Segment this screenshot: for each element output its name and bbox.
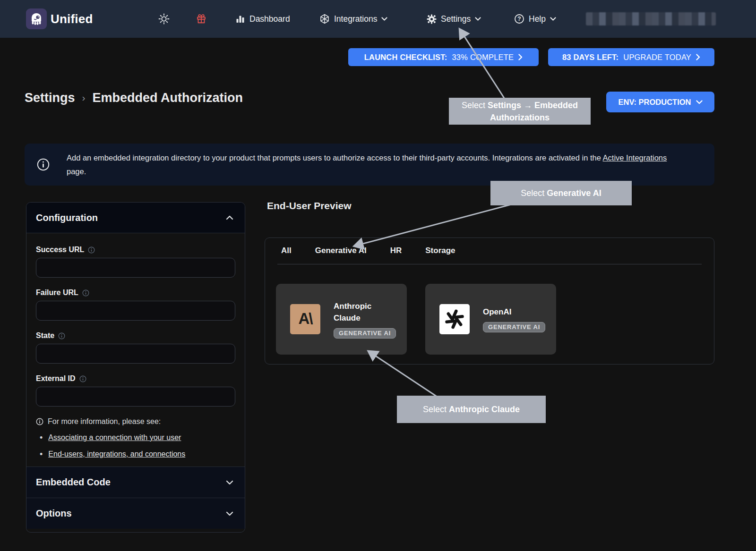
configuration-header[interactable]: Configuration <box>26 203 245 233</box>
tab-generative-ai[interactable]: Generative AI <box>315 246 367 255</box>
integration-card-openai[interactable]: OpenAI GENERATIVE AI <box>425 284 556 355</box>
info-text-before: Add an embedded integration directory to… <box>67 153 603 162</box>
embedded-code-title: Embedded Code <box>36 477 111 488</box>
state-label: State <box>36 331 54 340</box>
sun-icon <box>158 13 170 25</box>
callout-select-generative-ai: Select Generative AI <box>490 181 632 205</box>
info-icon[interactable] <box>58 332 65 339</box>
rewards-button[interactable] <box>195 13 207 25</box>
info-icon <box>37 158 50 171</box>
card-content: OpenAI GENERATIVE AI <box>483 306 545 332</box>
chevron-down-icon <box>550 17 556 21</box>
end-user-preview-panel: All Generative AI HR Storage A\ Anthropi… <box>265 237 714 365</box>
chevron-down-icon <box>696 100 703 104</box>
tab-hr[interactable]: HR <box>390 246 402 255</box>
gift-icon <box>196 13 207 25</box>
gear-icon <box>427 14 437 24</box>
tab-all[interactable]: All <box>281 246 292 255</box>
info-text-after: page. <box>67 167 86 176</box>
doc-links: • Associating a connection with your use… <box>36 433 235 458</box>
callout-text: → <box>521 101 534 110</box>
external-id-input[interactable] <box>36 387 235 407</box>
callout-text: Select <box>462 101 488 110</box>
failure-url-input[interactable] <box>36 301 235 321</box>
info-icon[interactable] <box>82 289 89 297</box>
page: Unified <box>0 0 756 551</box>
info-icon[interactable] <box>88 246 95 254</box>
checklist-label-bold: LAUNCH CHECKLIST: <box>364 53 447 62</box>
callout-select-anthropic-claude: Select Anthropic Claude <box>397 396 546 423</box>
success-url-label: Success URL <box>36 246 84 254</box>
preview-title: End-User Preview <box>267 200 352 212</box>
brand-name: Unified <box>51 0 93 38</box>
nav-item-integrations[interactable]: Integrations <box>319 0 387 38</box>
tab-storage[interactable]: Storage <box>425 246 455 255</box>
bullet: • <box>40 433 43 442</box>
success-url-input[interactable] <box>36 258 235 278</box>
anthropic-logo: A\ <box>290 304 320 334</box>
configuration-title: Configuration <box>36 212 98 223</box>
openai-logo <box>439 304 470 334</box>
chevron-up-icon <box>226 215 233 220</box>
launch-checklist-button[interactable]: LAUNCH CHECKLIST: 33% COMPLETE <box>348 48 539 66</box>
top-nav: Unified <box>0 0 756 38</box>
octopus-mascot-icon <box>28 11 44 27</box>
arrow-to-settings-menu <box>460 29 508 104</box>
card-title-line1: Anthropic <box>334 300 396 312</box>
user-account-redacted[interactable] <box>586 12 716 25</box>
openai-knot-icon <box>444 308 465 330</box>
tabs-divider <box>277 264 702 264</box>
field-success-url: Success URL <box>36 246 235 278</box>
configuration-body: Success URL Failure URL State <box>26 233 245 458</box>
callout-bold: Generative AI <box>547 188 601 198</box>
breadcrumb: Settings › Embedded Authorization <box>25 91 243 105</box>
breadcrumb-settings[interactable]: Settings <box>25 91 75 105</box>
field-state: State <box>36 331 235 364</box>
bullet: • <box>40 450 43 458</box>
nav-label-integrations: Integrations <box>334 14 377 24</box>
field-external-id: External ID <box>36 374 235 407</box>
upgrade-button[interactable]: 83 DAYS LEFT: UPGRADE TODAY <box>548 48 714 66</box>
callout-select-settings: Select Settings → Embedded Authorization… <box>449 98 591 125</box>
info-banner: Add an embedded integration directory to… <box>25 144 714 186</box>
chevron-down-icon <box>381 17 387 21</box>
theme-toggle-button[interactable] <box>158 13 170 25</box>
list-item: • Associating a connection with your use… <box>40 433 235 442</box>
info-banner-text: Add an embedded integration directory to… <box>67 151 714 178</box>
callout-bold: Settings <box>488 101 521 110</box>
info-icon[interactable] <box>79 375 86 382</box>
nav-label-help: Help <box>529 14 546 24</box>
callout-text: Select <box>521 188 547 198</box>
unified-logo[interactable] <box>26 8 47 29</box>
embedded-code-section[interactable]: Embedded Code <box>26 466 245 498</box>
more-info-line: For more information, please see: <box>36 417 235 426</box>
card-title-line2: Claude <box>334 312 396 324</box>
nav-item-dashboard[interactable]: Dashboard <box>235 0 290 38</box>
nav-item-settings[interactable]: Settings <box>427 0 481 38</box>
env-label: ENV: PRODUCTION <box>618 98 691 107</box>
nav-label-dashboard: Dashboard <box>249 14 290 24</box>
field-failure-url: Failure URL <box>36 288 235 321</box>
info-icon <box>36 418 43 425</box>
options-section[interactable]: Options <box>26 498 245 529</box>
doc-link-endusers-integrations[interactable]: End-users, integrations, and connections <box>48 450 185 458</box>
chevron-down-icon <box>475 17 481 21</box>
help-circle-icon: ? <box>514 14 524 24</box>
active-integrations-link[interactable]: Active Integrations <box>603 153 667 162</box>
anthropic-glyph: A\ <box>299 310 312 328</box>
checklist-label-rest: 33% COMPLETE <box>452 53 514 62</box>
more-info-text: For more information, please see: <box>48 417 161 426</box>
env-selector-button[interactable]: ENV: PRODUCTION <box>606 92 714 112</box>
nav-label-settings: Settings <box>441 14 471 24</box>
state-input[interactable] <box>36 344 235 364</box>
upgrade-label-rest: UPGRADE TODAY <box>623 53 691 62</box>
doc-link-associating-connection[interactable]: Associating a connection with your user <box>48 433 181 442</box>
integration-card-anthropic-claude[interactable]: A\ Anthropic Claude GENERATIVE AI <box>276 284 407 355</box>
card-title-line1: OpenAI <box>483 306 545 318</box>
category-badge: GENERATIVE AI <box>483 322 545 332</box>
nav-item-help[interactable]: ? Help <box>514 0 556 38</box>
page-title: Embedded Authorization <box>93 91 243 105</box>
card-content: Anthropic Claude GENERATIVE AI <box>334 300 396 339</box>
chevron-right-icon <box>696 54 700 60</box>
failure-url-label: Failure URL <box>36 288 78 297</box>
